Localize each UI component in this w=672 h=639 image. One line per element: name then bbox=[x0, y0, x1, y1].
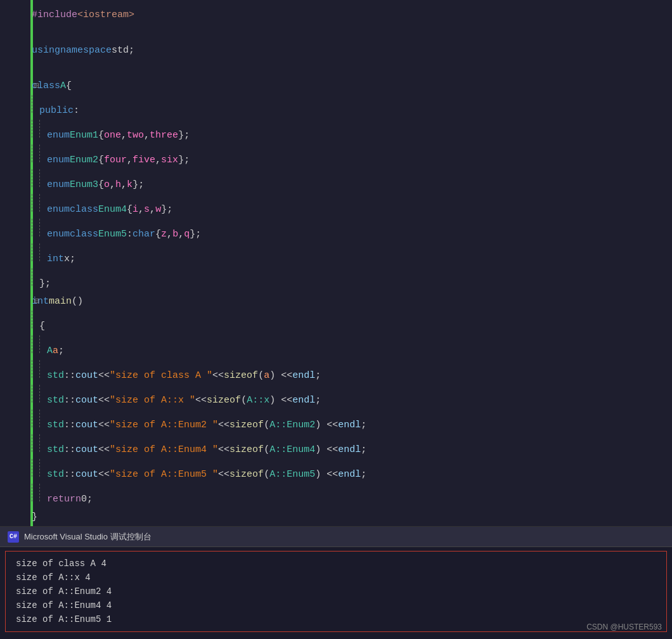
code-line-17: std::cout << "size of class A "<< sizeof… bbox=[32, 360, 672, 385]
code-line-6: public: bbox=[32, 95, 672, 120]
console-line-1: size of class A 4 bbox=[16, 557, 656, 571]
fold-icon-class[interactable]: ⊟ bbox=[34, 77, 39, 95]
code-line-20: std::cout << "size of A::Enum4 " << size… bbox=[32, 434, 672, 459]
code-line-15: { bbox=[32, 311, 672, 335]
console-line-5: size of A::Enum5 1 bbox=[16, 612, 656, 626]
console-line-2: size of A::x 4 bbox=[16, 571, 656, 584]
code-line-23: } bbox=[32, 508, 672, 526]
code-line-14: ⊟ int main() bbox=[32, 293, 672, 311]
console-header: C# Microsoft Visual Studio 调试控制台 bbox=[0, 527, 672, 547]
code-editor: #include <iostream> using namespace std;… bbox=[0, 0, 672, 526]
code-line-9: enum Enum3 { o, h, k }; bbox=[32, 169, 672, 194]
code-line-10: enum class Enum4 { i, s, w }; bbox=[32, 194, 672, 219]
code-line-13: }; bbox=[32, 268, 672, 293]
code-line-1: #include <iostream> bbox=[32, 6, 672, 24]
console-panel: C# Microsoft Visual Studio 调试控制台 size of… bbox=[0, 526, 672, 639]
code-line-4 bbox=[32, 60, 672, 77]
code-line-16: A a; bbox=[32, 335, 672, 360]
watermark: CSDN @HUSTER593 bbox=[586, 623, 662, 631]
console-line-4: size of A::Enum4 4 bbox=[16, 598, 656, 612]
console-line-3: size of A::Enum2 4 bbox=[16, 584, 656, 598]
code-line-19: std::cout << "size of A::Enum2 " << size… bbox=[32, 410, 672, 434]
code-line-5: ⊟ class A { bbox=[32, 77, 672, 95]
console-title: Microsoft Visual Studio 调试控制台 bbox=[24, 531, 152, 543]
code-line-11: enum class Enum5 : char{ z, b, q }; bbox=[32, 219, 672, 243]
code-line-2 bbox=[32, 24, 672, 42]
code-line-21: std::cout << "size of A::Enum5 " << size… bbox=[32, 459, 672, 484]
code-line-3: using namespace std; bbox=[32, 42, 672, 60]
code-line-7: enum Enum1 {one, two, three}; bbox=[32, 120, 672, 145]
code-line-22: return 0; bbox=[32, 484, 672, 508]
code-line-8: enum Enum2 { four, five, six }; bbox=[32, 145, 672, 169]
code-line-18: std::cout << "size of A::x " << sizeof(A… bbox=[32, 385, 672, 410]
fold-icon-main[interactable]: ⊟ bbox=[34, 293, 39, 311]
code-area: #include <iostream> using namespace std;… bbox=[0, 0, 672, 526]
console-icon: C# bbox=[8, 531, 19, 543]
code-line-12: int x; bbox=[32, 243, 672, 268]
console-output: size of class A 4 size of A::x 4 size of… bbox=[5, 551, 667, 632]
